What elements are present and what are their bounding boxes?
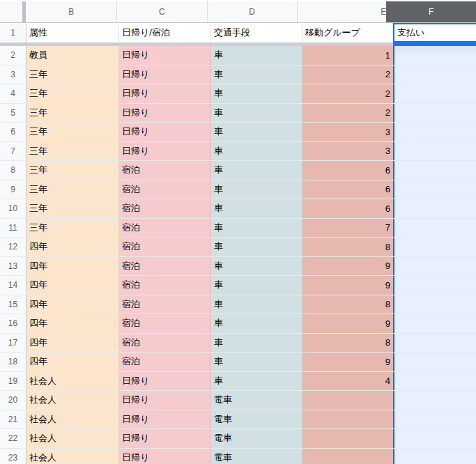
- row-number-12[interactable]: 12: [0, 238, 26, 256]
- cell-B23[interactable]: 社会人: [26, 449, 119, 464]
- cell-B9[interactable]: 三年: [26, 180, 119, 199]
- row-number-7[interactable]: 7: [0, 142, 26, 161]
- cell-D19[interactable]: 車: [211, 372, 302, 391]
- row-number-18[interactable]: 18: [0, 353, 26, 371]
- cell-B22[interactable]: 社会人: [26, 429, 119, 448]
- row-number-6[interactable]: 6: [0, 123, 26, 141]
- select-all-corner[interactable]: [0, 1, 22, 22]
- cell-E16[interactable]: 9: [302, 314, 393, 333]
- cell-F11[interactable]: [393, 219, 476, 238]
- cell-C23[interactable]: 日帰り: [119, 449, 211, 464]
- cell-E13[interactable]: 9: [302, 257, 393, 276]
- row-number-9[interactable]: 9: [0, 180, 26, 199]
- cell-B3[interactable]: 三年: [26, 65, 119, 84]
- column-header-B[interactable]: B: [26, 1, 117, 22]
- cell-C22[interactable]: 日帰り: [119, 429, 211, 448]
- cell-C8[interactable]: 宿泊: [119, 161, 211, 180]
- cell-C9[interactable]: 宿泊: [119, 180, 211, 199]
- cell-B13[interactable]: 四年: [26, 257, 119, 276]
- cell-C18[interactable]: 宿泊: [119, 353, 211, 371]
- row-number-13[interactable]: 13: [0, 257, 26, 276]
- cell-C4[interactable]: 日帰り: [119, 84, 211, 103]
- cell-F15[interactable]: [393, 295, 476, 314]
- cell-D4[interactable]: 車: [211, 84, 302, 103]
- cell-F5[interactable]: [393, 104, 476, 123]
- cell-B12[interactable]: 四年: [26, 238, 119, 256]
- cell-D6[interactable]: 車: [211, 123, 302, 141]
- cell-E11[interactable]: 7: [302, 219, 393, 238]
- cell-C11[interactable]: 宿泊: [119, 219, 211, 238]
- cell-C2[interactable]: 日帰り: [119, 46, 211, 65]
- row-number-8[interactable]: 8: [0, 161, 26, 180]
- cell-E1[interactable]: 移動グループ: [302, 23, 393, 42]
- cell-B5[interactable]: 三年: [26, 104, 119, 123]
- cell-E17[interactable]: 8: [302, 334, 393, 353]
- cell-B18[interactable]: 四年: [26, 353, 119, 371]
- cell-F9[interactable]: [393, 180, 476, 199]
- cell-C5[interactable]: 日帰り: [119, 104, 211, 123]
- cell-B6[interactable]: 三年: [26, 123, 119, 141]
- row-number-1[interactable]: 1: [0, 23, 26, 42]
- row-number-23[interactable]: 23: [0, 449, 26, 464]
- cell-F3[interactable]: [393, 65, 476, 84]
- cell-C12[interactable]: 宿泊: [119, 238, 211, 256]
- row-number-14[interactable]: 14: [0, 276, 26, 295]
- column-header-F[interactable]: F: [386, 1, 476, 22]
- cell-D18[interactable]: 車: [211, 353, 302, 371]
- cell-C21[interactable]: 日帰り: [119, 410, 211, 429]
- cell-F18[interactable]: [393, 353, 476, 371]
- cell-B19[interactable]: 社会人: [26, 372, 119, 391]
- cell-D7[interactable]: 車: [211, 142, 302, 161]
- cell-E10[interactable]: 6: [302, 199, 393, 218]
- cell-C13[interactable]: 宿泊: [119, 257, 211, 276]
- cell-D17[interactable]: 車: [211, 334, 302, 353]
- cell-C3[interactable]: 日帰り: [119, 65, 211, 84]
- cell-F13[interactable]: [393, 257, 476, 276]
- cell-D12[interactable]: 車: [211, 238, 302, 256]
- cell-D11[interactable]: 車: [211, 219, 302, 238]
- cell-B21[interactable]: 社会人: [26, 410, 119, 429]
- cell-C14[interactable]: 宿泊: [119, 276, 211, 295]
- cell-E23[interactable]: [302, 449, 393, 464]
- cell-F2[interactable]: [393, 46, 476, 65]
- cell-F7[interactable]: [393, 142, 476, 161]
- cell-D2[interactable]: 車: [211, 46, 302, 65]
- cell-E12[interactable]: 8: [302, 238, 393, 256]
- cell-F20[interactable]: [393, 391, 476, 410]
- row-number-2[interactable]: 2: [0, 46, 26, 65]
- row-number-4[interactable]: 4: [0, 84, 26, 103]
- cell-C1[interactable]: 日帰り/宿泊: [119, 23, 211, 42]
- cell-D9[interactable]: 車: [211, 180, 302, 199]
- cell-E20[interactable]: [302, 391, 393, 410]
- cell-B7[interactable]: 三年: [26, 142, 119, 161]
- cell-B16[interactable]: 四年: [26, 314, 119, 333]
- cell-E19[interactable]: 4: [302, 372, 393, 391]
- row-number-21[interactable]: 21: [0, 410, 26, 429]
- cell-C20[interactable]: 日帰り: [119, 391, 211, 410]
- row-number-10[interactable]: 10: [0, 199, 26, 218]
- cell-F22[interactable]: [393, 429, 476, 448]
- cell-D8[interactable]: 車: [211, 161, 302, 180]
- cell-D13[interactable]: 車: [211, 257, 302, 276]
- cell-E15[interactable]: 8: [302, 295, 393, 314]
- cell-F19[interactable]: [393, 372, 476, 391]
- cell-E8[interactable]: 6: [302, 161, 393, 180]
- cell-E5[interactable]: 2: [302, 104, 393, 123]
- cell-B10[interactable]: 三年: [26, 199, 119, 218]
- cell-D5[interactable]: 車: [211, 104, 302, 123]
- cell-C7[interactable]: 日帰り: [119, 142, 211, 161]
- cell-E21[interactable]: [302, 410, 393, 429]
- cell-E14[interactable]: 9: [302, 276, 393, 295]
- row-number-17[interactable]: 17: [0, 334, 26, 353]
- cell-C10[interactable]: 宿泊: [119, 199, 211, 218]
- cell-E6[interactable]: 3: [302, 123, 393, 141]
- row-number-20[interactable]: 20: [0, 391, 26, 410]
- cell-D16[interactable]: 車: [211, 314, 302, 333]
- cell-D21[interactable]: 電車: [211, 410, 302, 429]
- cell-D15[interactable]: 車: [211, 295, 302, 314]
- cell-B1[interactable]: 属性: [26, 23, 119, 42]
- cell-D23[interactable]: 電車: [211, 449, 302, 464]
- cell-C17[interactable]: 宿泊: [119, 334, 211, 353]
- cell-B2[interactable]: 教員: [26, 46, 119, 65]
- cell-F10[interactable]: [393, 199, 476, 218]
